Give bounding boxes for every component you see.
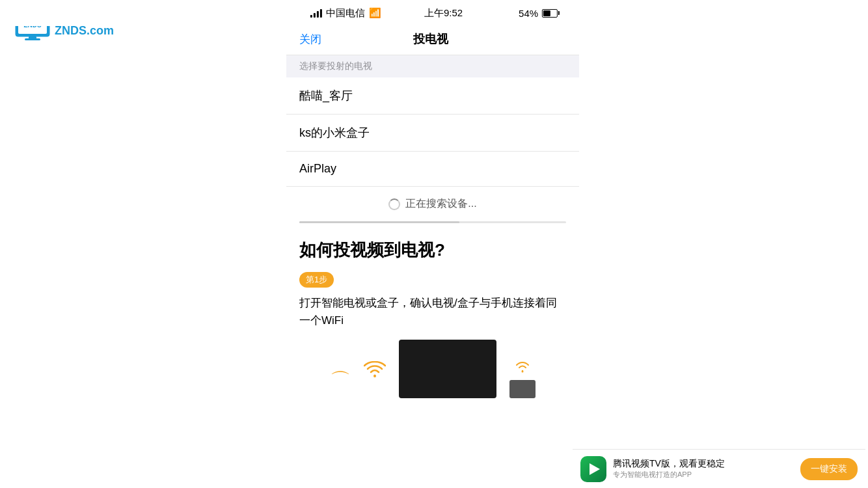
close-button[interactable]: 关闭 — [299, 32, 321, 47]
illustration: ⌒ — [299, 329, 566, 398]
wifi-icon: 📶 — [369, 7, 381, 19]
box-device-illustration — [509, 361, 536, 398]
ad-app-icon — [580, 456, 606, 482]
modal-panel: 关闭 投电视 选择要投射的电视 酷喵_客厅 ks的小米盒子 AirPlay 正在… — [286, 0, 579, 488]
device-list: 选择要投射的电视 酷喵_客厅 ks的小米盒子 AirPlay — [286, 55, 579, 186]
play-icon — [590, 463, 600, 475]
time-label: 上午9:52 — [424, 7, 463, 20]
ad-banner: 腾讯视频TV版，观看更稳定 专为智能电视打造的APP 一键安装 — [573, 449, 865, 488]
set-top-box-illustration — [509, 380, 536, 398]
step1-text: 打开智能电视或盒子，确认电视/盒子与手机连接着同一个WiFi — [299, 294, 566, 329]
device-name-0: 酷喵_客厅 — [299, 88, 353, 103]
loading-spinner-icon — [388, 198, 400, 210]
ad-title: 腾讯视频TV版，观看更稳定 — [613, 458, 794, 470]
howto-section: 如何投视频到电视? 第1步 打开智能电视或盒子，确认电视/盒子与手机连接着同一个… — [286, 223, 579, 409]
howto-title: 如何投视频到电视? — [299, 239, 566, 262]
phone-arc-icon: ⌒ — [330, 367, 351, 396]
device-item-2[interactable]: AirPlay — [286, 152, 579, 186]
status-bar: 中国电信 📶 上午9:52 54% — [0, 0, 868, 26]
battery-label: 54% — [519, 8, 538, 19]
tv-illustration — [399, 340, 496, 398]
status-bar-center: 中国电信 📶 上午9:52 54% — [310, 7, 558, 20]
svg-point-7 — [373, 375, 376, 377]
ad-text-area: 腾讯视频TV版，观看更稳定 专为智能电视打造的APP — [613, 458, 794, 480]
wifi-broadcast-icon — [364, 361, 386, 385]
list-header: 选择要投射的电视 — [286, 55, 579, 77]
device-item-1[interactable]: ks的小米盒子 — [286, 115, 579, 152]
carrier-label: 中国电信 — [326, 7, 365, 20]
ad-install-button[interactable]: 一键安装 — [800, 458, 858, 480]
step1-badge: 第1步 — [299, 272, 334, 288]
device-item-0[interactable]: 酷喵_客厅 — [286, 77, 579, 115]
search-status-label: 正在搜索设备... — [405, 197, 476, 211]
battery-icon — [542, 9, 558, 18]
device-name-2: AirPlay — [299, 162, 336, 176]
signal-bars-icon — [310, 8, 322, 18]
svg-point-8 — [522, 371, 524, 373]
ad-subtitle: 专为智能电视打造的APP — [613, 470, 794, 480]
device-name-1: ks的小米盒子 — [299, 125, 370, 141]
nav-title: 投电视 — [413, 31, 448, 47]
svg-rect-5 — [25, 38, 40, 40]
box-wifi-icon — [515, 361, 530, 377]
search-status: 正在搜索设备... — [286, 186, 579, 221]
